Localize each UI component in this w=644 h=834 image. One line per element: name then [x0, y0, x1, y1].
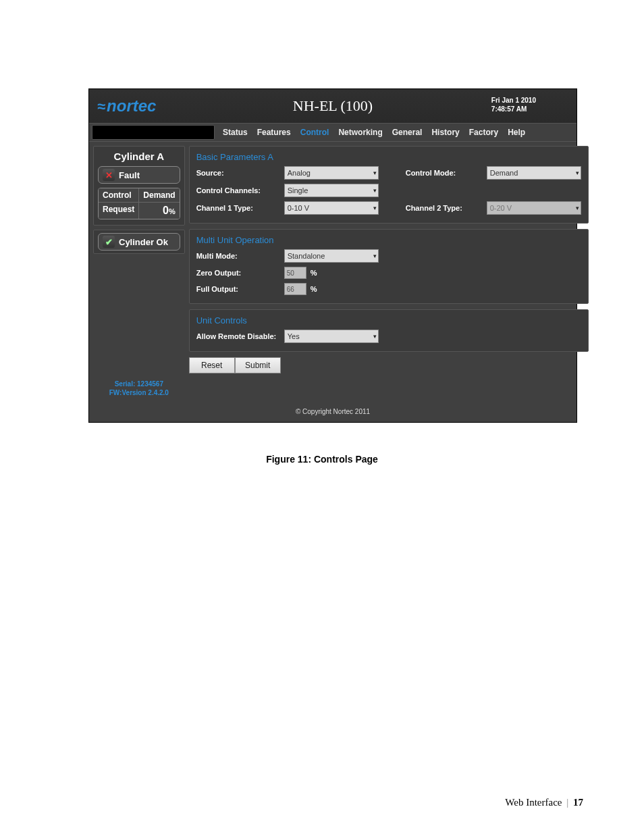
- chevron-down-icon: ▾: [373, 333, 377, 340]
- multi-mode-select[interactable]: Standalone ▾: [284, 249, 379, 263]
- app-body: Cylinder A ✕ Fault Control Demand Reques…: [89, 142, 576, 404]
- chevron-down-icon: ▾: [373, 170, 377, 176]
- time-line: 7:48:57 AM: [491, 105, 536, 113]
- copyright-footer: © Copyright Nortec 2011: [89, 404, 576, 422]
- full-output-label: Full Output:: [196, 285, 284, 293]
- channel2-select[interactable]: 0-20 V ▾: [487, 201, 581, 215]
- cylinder-ok-card: ✔ Cylinder Ok: [93, 230, 185, 254]
- nav-items: Status Features Control Networking Gener…: [217, 124, 576, 141]
- chevron-down-icon: ▾: [373, 205, 377, 211]
- source-label: Source:: [196, 169, 284, 177]
- section-name: Web Interface: [505, 797, 562, 808]
- nav-networking[interactable]: Networking: [338, 128, 382, 137]
- allow-remote-value: Yes: [288, 332, 300, 340]
- allow-remote-label: Allow Remote Disable:: [196, 332, 284, 340]
- zero-output-field: 50 %: [284, 267, 379, 279]
- basic-parameters-panel: Basic Parameters A Source: Analog ▾ Cont…: [189, 146, 589, 224]
- chevron-down-icon: ▾: [576, 170, 579, 176]
- demand-row-value: 0%: [138, 203, 179, 219]
- app-header: ≈ nortec NH-EL (100) Fri Jan 1 2010 7:48…: [89, 89, 576, 124]
- demand-col2-header: Demand: [138, 188, 179, 203]
- zero-output-label: Zero Output:: [196, 269, 284, 277]
- control-channels-select[interactable]: Single ▾: [284, 184, 379, 197]
- zero-output-input[interactable]: 50: [284, 267, 306, 279]
- serial-block: Serial: 1234567 FW:Version 2.4.2.0: [93, 258, 185, 400]
- multi-unit-panel: Multi Unit Operation Multi Mode: Standal…: [189, 229, 589, 304]
- control-channels-value: Single: [288, 186, 308, 194]
- demand-table: Control Demand Request 0%: [98, 188, 180, 219]
- channel1-value: 0-10 V: [288, 204, 309, 212]
- nav-spacer: [92, 125, 215, 140]
- nav-bar: Status Features Control Networking Gener…: [89, 124, 576, 142]
- demand-value: 0: [163, 205, 169, 216]
- page-footer: Web Interface | 17: [505, 797, 583, 808]
- zero-output-unit: %: [311, 269, 317, 277]
- row-zero-output: Zero Output: 50 %: [196, 267, 581, 279]
- channel1-label: Channel 1 Type:: [196, 204, 284, 212]
- cylinder-ok-label: Cylinder Ok: [119, 237, 168, 247]
- sidebar: Cylinder A ✕ Fault Control Demand Reques…: [93, 146, 185, 400]
- datetime-block: Fri Jan 1 2010 7:48:57 AM: [491, 96, 536, 113]
- check-icon: ✔: [103, 236, 115, 248]
- fault-pill: ✕ Fault: [98, 166, 180, 184]
- demand-row-label: Request: [99, 203, 138, 219]
- channel2-label: Channel 2 Type:: [406, 204, 487, 212]
- full-output-unit: %: [311, 285, 317, 293]
- row-full-output: Full Output: 66 %: [196, 283, 581, 295]
- multi-title: Multi Unit Operation: [196, 235, 581, 245]
- figure-caption: Figure 11: Controls Page: [0, 454, 644, 465]
- nav-control[interactable]: Control: [300, 128, 329, 137]
- cylinder-heading: Cylinder A: [98, 151, 180, 162]
- chevron-down-icon: ▾: [373, 187, 377, 194]
- fw-version: FW:Version 2.4.2.0: [93, 388, 185, 397]
- row-allow-remote: Allow Remote Disable: Yes ▾: [196, 330, 581, 343]
- chevron-down-icon: ▾: [576, 205, 579, 211]
- cylinder-ok-pill: ✔ Cylinder Ok: [98, 233, 180, 251]
- nav-history[interactable]: History: [431, 128, 459, 137]
- allow-remote-select[interactable]: Yes ▾: [284, 330, 379, 343]
- page-number: 17: [573, 797, 583, 808]
- demand-col1-header: Control: [99, 188, 138, 203]
- row-multi-mode: Multi Mode: Standalone ▾: [196, 249, 581, 263]
- full-output-input[interactable]: 66: [284, 283, 306, 295]
- source-select[interactable]: Analog ▾: [284, 166, 379, 180]
- multi-mode-value: Standalone: [288, 252, 325, 260]
- control-mode-select[interactable]: Demand ▾: [487, 166, 581, 180]
- nav-help[interactable]: Help: [508, 128, 525, 137]
- basic-title: Basic Parameters A: [196, 152, 581, 162]
- cylinder-card: Cylinder A ✕ Fault Control Demand Reques…: [93, 146, 185, 226]
- nav-factory[interactable]: Factory: [469, 128, 498, 137]
- document-page: ≈ nortec NH-EL (100) Fri Jan 1 2010 7:48…: [0, 0, 644, 834]
- nav-status[interactable]: Status: [223, 128, 248, 137]
- control-mode-value: Demand: [490, 169, 518, 177]
- main-column: Basic Parameters A Source: Analog ▾ Cont…: [189, 146, 589, 400]
- channel1-select[interactable]: 0-10 V ▾: [284, 201, 379, 215]
- reset-button[interactable]: Reset: [189, 357, 235, 373]
- row-control-channels: Control Channels: Single ▾: [196, 184, 581, 197]
- chevron-down-icon: ▾: [373, 253, 377, 259]
- screenshot-frame: ≈ nortec NH-EL (100) Fri Jan 1 2010 7:48…: [88, 88, 577, 423]
- serial-number: Serial: 1234567: [93, 380, 185, 388]
- row-source: Source: Analog ▾ Control Mode: Demand ▾: [196, 166, 581, 180]
- control-channels-label: Control Channels:: [196, 186, 284, 194]
- fault-label: Fault: [119, 170, 140, 180]
- button-row: Reset Submit: [189, 357, 589, 373]
- x-icon: ✕: [103, 169, 115, 181]
- footer-separator: |: [566, 797, 568, 808]
- demand-unit: %: [169, 207, 176, 215]
- nav-features[interactable]: Features: [257, 128, 291, 137]
- full-output-field: 66 %: [284, 283, 379, 295]
- multi-mode-label: Multi Mode:: [196, 252, 284, 260]
- unit-controls-title: Unit Controls: [196, 315, 581, 325]
- row-channel-types: Channel 1 Type: 0-10 V ▾ Channel 2 Type:…: [196, 201, 581, 215]
- control-mode-label: Control Mode:: [406, 169, 487, 177]
- unit-controls-panel: Unit Controls Allow Remote Disable: Yes …: [189, 309, 589, 352]
- nav-general[interactable]: General: [392, 128, 423, 137]
- submit-button[interactable]: Submit: [235, 357, 281, 373]
- date-line: Fri Jan 1 2010: [491, 96, 536, 105]
- source-value: Analog: [288, 169, 311, 177]
- channel2-value: 0-20 V: [490, 204, 512, 212]
